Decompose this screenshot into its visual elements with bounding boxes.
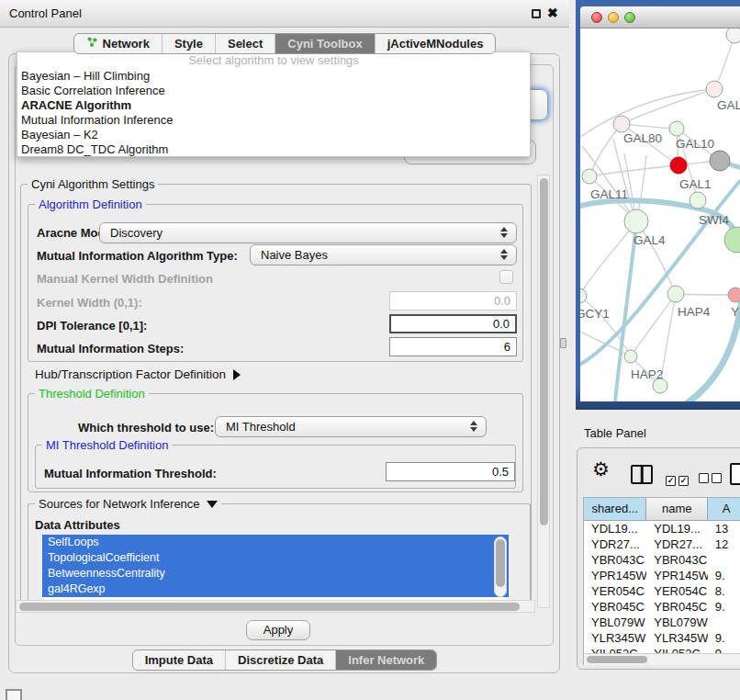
table-cell: YER054C bbox=[646, 583, 708, 599]
network-node[interactable] bbox=[706, 81, 723, 97]
table-row[interactable]: YLR345WYLR345W9. bbox=[584, 630, 740, 646]
column-header[interactable]: name bbox=[646, 498, 708, 521]
expand-right-icon[interactable] bbox=[233, 369, 241, 380]
cyni-algorithm-settings-title: Cyni Algorithm Settings bbox=[28, 177, 158, 191]
network-canvas[interactable]: GALGAL80GAL10GAL1GAL11SWI4GAL4GCY1HAP4YH… bbox=[580, 28, 740, 401]
table-row[interactable]: YPR145WYPR145W9. bbox=[584, 568, 740, 583]
attribute-item[interactable]: BetweennessCentrality bbox=[42, 566, 509, 581]
table-horizontal-scrollbar-thumb[interactable] bbox=[587, 656, 647, 663]
table-row[interactable]: YDR27...YDR27...12 bbox=[584, 536, 740, 552]
network-node[interactable] bbox=[728, 288, 740, 302]
zoom-window-icon[interactable] bbox=[624, 12, 635, 23]
network-window-titlebar[interactable] bbox=[580, 6, 740, 28]
dropdown-prompt: Select algorithm to view settings bbox=[17, 52, 530, 69]
minimize-window-icon[interactable] bbox=[608, 12, 619, 23]
panel-resize-grip[interactable] bbox=[560, 338, 566, 348]
tab-label: jActiveMNodules bbox=[387, 34, 484, 53]
table-row[interactable]: YER054CYER054C8. bbox=[584, 583, 740, 599]
tab-impute-data[interactable]: Impute Data bbox=[133, 650, 225, 670]
column-header[interactable]: shared... bbox=[584, 498, 646, 521]
table-row[interactable]: YBR045CYBR045C9. bbox=[584, 599, 740, 615]
network-node[interactable] bbox=[670, 157, 687, 174]
dpi-tolerance-field[interactable]: 0.0 bbox=[389, 314, 517, 333]
attribute-item[interactable]: SelfLoops bbox=[42, 535, 509, 550]
mi-threshold-field[interactable]: 0.5 bbox=[386, 462, 515, 481]
table-cell: YBR043C bbox=[584, 552, 646, 568]
dropdown-item[interactable]: Basic Correlation Inference bbox=[17, 84, 530, 98]
deselect-all-icon[interactable] bbox=[699, 470, 724, 487]
tab-cyni-toolbox[interactable]: Cyni Toolbox bbox=[275, 34, 374, 53]
apply-button[interactable]: Apply bbox=[246, 620, 310, 640]
tab-style[interactable]: Style bbox=[162, 34, 215, 53]
settings-horizontal-scrollbar-thumb[interactable] bbox=[19, 603, 520, 611]
network-node[interactable] bbox=[624, 209, 648, 233]
select-all-icon[interactable]: ✓✓ bbox=[666, 470, 691, 487]
table-cell: YDL19... bbox=[646, 521, 708, 536]
aracne-mode-combobox[interactable]: Discovery bbox=[99, 222, 517, 243]
table-cell: YBR045C bbox=[646, 599, 708, 615]
network-node[interactable] bbox=[726, 28, 740, 43]
tab-select[interactable]: Select bbox=[215, 34, 275, 53]
network-node[interactable] bbox=[624, 350, 637, 363]
close-window-icon[interactable] bbox=[591, 12, 602, 23]
tab-label: Infer Network bbox=[348, 650, 424, 670]
dropdown-item[interactable]: Mutual Information Inference bbox=[17, 113, 530, 128]
dropdown-item[interactable]: Bayesian – K2 bbox=[17, 128, 530, 142]
which-threshold-combobox[interactable]: MI Threshold bbox=[215, 416, 487, 437]
close-icon[interactable]: ✖ bbox=[547, 6, 558, 20]
table-cell: YLR345W bbox=[646, 630, 708, 646]
float-window-icon[interactable] bbox=[532, 9, 541, 18]
split-panel-icon[interactable] bbox=[631, 465, 653, 484]
which-threshold-label: Which threshold to use: bbox=[78, 421, 214, 435]
collapse-down-icon[interactable] bbox=[207, 501, 218, 508]
tab-label: Style bbox=[174, 34, 203, 53]
attribute-list-scrollbar[interactable] bbox=[494, 536, 507, 597]
gear-icon[interactable]: ⚙ bbox=[592, 458, 610, 480]
collapsed-panel-icon[interactable] bbox=[6, 689, 22, 700]
network-node[interactable] bbox=[667, 286, 684, 302]
attribute-list-scrollbar-thumb[interactable] bbox=[496, 539, 505, 587]
dropdown-item[interactable]: ARACNE Algorithm bbox=[17, 98, 530, 113]
control-panel-tabbar: NetworkStyleSelectCyni ToolboxjActiveMNo… bbox=[0, 33, 569, 54]
hub-transcription-factor-section[interactable]: Hub/Transcription Factor Definition bbox=[35, 367, 241, 381]
settings-horizontal-scrollbar[interactable] bbox=[16, 600, 535, 613]
combobox-stepper-icon bbox=[470, 421, 477, 432]
mi-steps-field[interactable]: 6 bbox=[389, 337, 517, 356]
document-icon[interactable] bbox=[730, 463, 740, 485]
table-cell: YDR27... bbox=[584, 536, 646, 552]
attribute-item[interactable]: gal4RGexp bbox=[42, 581, 509, 597]
table-row[interactable]: YBL079WYBL079W bbox=[584, 615, 740, 630]
table-horizontal-scrollbar[interactable] bbox=[583, 653, 740, 665]
tab-infer-network[interactable]: Infer Network bbox=[335, 650, 436, 670]
network-node[interactable] bbox=[669, 121, 684, 136]
table-cell: YER054C bbox=[584, 583, 646, 599]
column-header[interactable]: A bbox=[708, 498, 740, 521]
dropdown-item[interactable]: Dream8 DC_TDC Algorithm bbox=[17, 142, 530, 157]
network-node-label: SWI4 bbox=[699, 213, 729, 227]
network-node-label: GCY1 bbox=[580, 307, 610, 321]
attribute-item[interactable]: TopologicalCoefficient bbox=[42, 550, 509, 566]
network-node[interactable] bbox=[582, 169, 597, 184]
table-cell: 9. bbox=[708, 568, 740, 583]
hub-transcription-factor-label: Hub/Transcription Factor Definition bbox=[35, 367, 226, 381]
kernel-width-field: 0.0 bbox=[389, 291, 517, 310]
network-node[interactable] bbox=[724, 227, 740, 253]
dropdown-item[interactable]: Bayesian – Hill Climbing bbox=[17, 69, 530, 84]
tab-discretize-data[interactable]: Discretize Data bbox=[225, 650, 335, 670]
control-panel-title: Control Panel bbox=[9, 0, 82, 28]
tab-network[interactable]: Network bbox=[74, 34, 162, 53]
table-row[interactable]: YBR043CYBR043C bbox=[584, 552, 740, 568]
settings-vertical-scrollbar[interactable] bbox=[537, 175, 550, 608]
network-node[interactable] bbox=[613, 116, 630, 132]
network-node-label: Y bbox=[731, 305, 739, 319]
mi-algorithm-type-combobox[interactable]: Naive Bayes bbox=[250, 244, 517, 265]
top-tabset: NetworkStyleSelectCyni ToolboxjActiveMNo… bbox=[73, 33, 497, 54]
network-node[interactable] bbox=[690, 192, 706, 209]
settings-vertical-scrollbar-thumb[interactable] bbox=[540, 178, 548, 525]
table-row[interactable]: YIL052CYIL052C9. bbox=[584, 646, 740, 653]
table-row[interactable]: YDL19...YDL19...13 bbox=[584, 521, 740, 536]
tab-jactivemnodules[interactable]: jActiveMNodules bbox=[375, 34, 496, 53]
network-node-label: GAL80 bbox=[623, 131, 662, 145]
network-node[interactable] bbox=[710, 151, 730, 171]
manual-kernel-width-checkbox bbox=[499, 270, 513, 284]
